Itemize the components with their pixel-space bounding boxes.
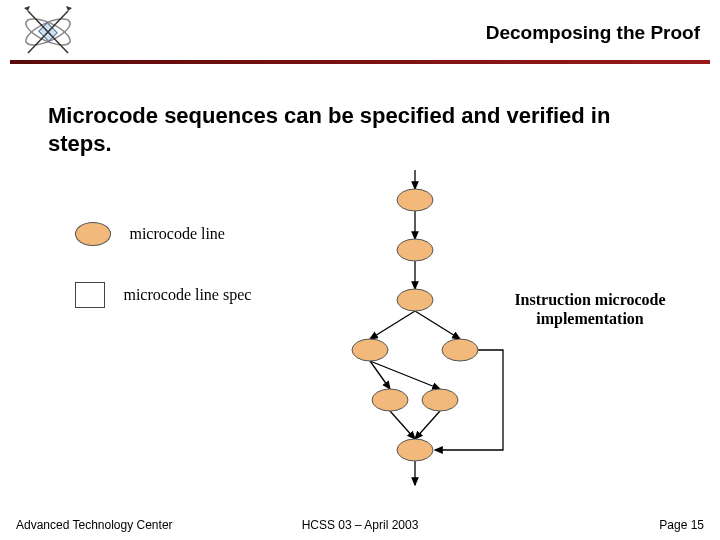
svg-point-5: [397, 189, 433, 211]
legend-label: microcode line spec: [123, 286, 251, 303]
footer-page-prefix: Page: [659, 518, 690, 532]
oval-icon: [75, 222, 111, 246]
slide-title: Decomposing the Proof: [486, 22, 700, 44]
legend-row-microcode-line-spec: microcode line spec: [75, 282, 251, 308]
svg-marker-3: [24, 6, 30, 11]
body-text: Microcode sequences can be specified and…: [48, 102, 672, 157]
legend-row-microcode-line: microcode line: [75, 222, 225, 246]
logo-icon: [18, 6, 78, 58]
svg-point-6: [397, 239, 433, 261]
svg-point-8: [352, 339, 388, 361]
footer-page-number: 15: [691, 518, 704, 532]
svg-marker-4: [66, 6, 72, 11]
svg-point-11: [422, 389, 458, 411]
svg-point-12: [397, 439, 433, 461]
rect-icon: [75, 282, 105, 308]
svg-point-10: [372, 389, 408, 411]
legend-label: microcode line: [129, 225, 225, 242]
footer-center: HCSS 03 – April 2003: [0, 518, 720, 532]
microcode-diagram: [320, 170, 540, 500]
svg-point-7: [397, 289, 433, 311]
svg-point-9: [442, 339, 478, 361]
title-divider: [10, 60, 710, 64]
footer-page: Page 15: [659, 518, 704, 532]
